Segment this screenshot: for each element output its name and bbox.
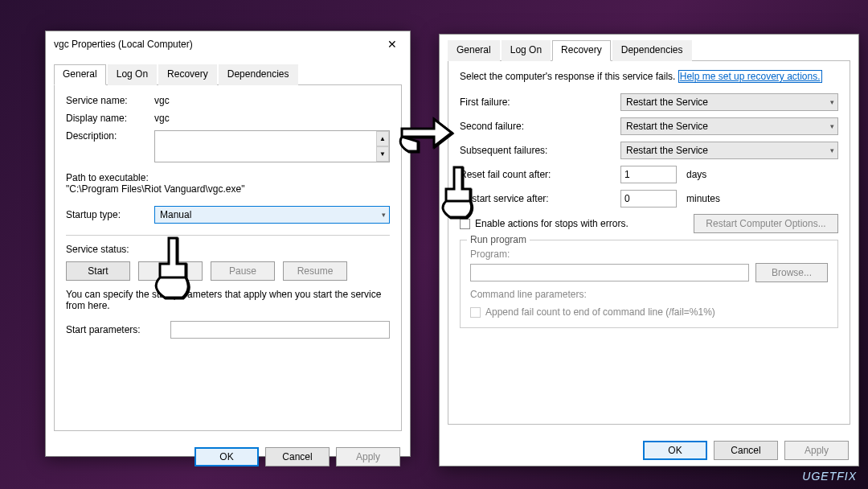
tabstrip: General Log On Recovery Dependencies [54, 64, 402, 85]
start-params-input[interactable] [170, 321, 390, 339]
close-icon[interactable]: ✕ [381, 36, 403, 52]
run-program-group: Run program Program: Browse... Command l… [460, 240, 838, 328]
subsequent-failure-dropdown[interactable]: Restart the Service ▾ [620, 142, 838, 159]
pause-button: Pause [211, 261, 275, 281]
service-name-label: Service name: [66, 95, 154, 106]
help-link[interactable]: Help me set up recovery actions. [678, 70, 822, 83]
description-field[interactable]: ▲ ▼ [154, 130, 390, 162]
tab-general[interactable]: General [448, 40, 500, 61]
scroll-up-icon[interactable]: ▲ [376, 131, 389, 146]
display-name-label: Display name: [66, 113, 154, 124]
ok-button[interactable]: OK [194, 447, 259, 466]
start-button[interactable]: Start [66, 261, 130, 281]
second-failure-dropdown[interactable]: Restart the Service ▾ [620, 117, 838, 135]
tabstrip: General Log On Recovery Dependencies [448, 39, 850, 61]
subsequent-failure-label: Subsequent failures: [460, 145, 588, 156]
startup-type-value: Manual [160, 209, 191, 220]
stop-button: Stop [138, 261, 203, 281]
startup-type-dropdown[interactable]: Manual ▾ [154, 206, 390, 224]
browse-button: Browse... [755, 263, 828, 282]
dialog-footer: OK Cancel Apply [440, 433, 858, 468]
tabpage-recovery: Select the computer's response if this s… [448, 61, 850, 425]
tab-dependencies[interactable]: Dependencies [612, 40, 692, 61]
display-name-value: vgc [154, 113, 170, 124]
tab-recovery[interactable]: Recovery [158, 64, 217, 85]
tab-logon[interactable]: Log On [502, 40, 551, 61]
tab-logon[interactable]: Log On [108, 64, 157, 85]
chevron-down-icon: ▾ [830, 146, 834, 154]
second-failure-label: Second failure: [460, 121, 588, 132]
append-failcount-checkbox [470, 307, 481, 318]
start-params-label: Start parameters: [66, 324, 170, 335]
subsequent-failure-value: Restart the Service [626, 145, 708, 156]
tab-dependencies[interactable]: Dependencies [219, 64, 298, 85]
intro-text: Select the computer's response if this s… [460, 71, 675, 82]
cancel-button[interactable]: Cancel [714, 441, 778, 460]
vgc-properties-dialog: vgc Properties (Local Computer) ✕ Genera… [45, 31, 411, 457]
first-failure-label: First failure: [460, 97, 588, 108]
program-input [470, 264, 749, 281]
service-status-label: Service status: [66, 244, 154, 255]
restart-after-label: Restart service after: [460, 193, 588, 204]
first-failure-dropdown[interactable]: Restart the Service ▾ [620, 93, 838, 111]
ok-button[interactable]: OK [643, 441, 707, 460]
hint-text: You can specify the start parameters tha… [66, 289, 390, 311]
chevron-down-icon: ▾ [830, 122, 834, 130]
watermark: UGETFIX [802, 470, 857, 483]
path-label: Path to executable: [66, 172, 390, 183]
append-failcount-label: Append fail count to end of command line… [485, 306, 715, 318]
enable-actions-checkbox[interactable] [460, 219, 470, 229]
second-failure-value: Restart the Service [626, 121, 708, 132]
first-failure-value: Restart the Service [626, 97, 708, 108]
reset-fail-label: Reset fail count after: [460, 169, 588, 180]
chevron-down-icon: ▾ [382, 211, 386, 219]
service-name-value: vgc [154, 95, 170, 106]
chevron-down-icon: ▾ [830, 98, 834, 106]
window-title: vgc Properties (Local Computer) [54, 39, 193, 50]
enable-actions-label: Enable actions for stops with errors. [475, 218, 628, 229]
run-program-label: Run program [467, 234, 530, 245]
dialog-footer: OK Cancel Apply [46, 439, 410, 475]
reset-fail-input[interactable]: 1 [620, 166, 677, 183]
restart-computer-options-button: Restart Computer Options... [694, 214, 838, 233]
resume-button: Resume [283, 261, 347, 281]
apply-button: Apply [784, 441, 849, 460]
titlebar: vgc Properties (Local Computer) ✕ [46, 31, 410, 57]
description-label: Description: [66, 130, 154, 142]
cancel-button[interactable]: Cancel [265, 447, 330, 466]
restart-unit: minutes [686, 193, 720, 204]
program-label: Program: [470, 249, 828, 260]
reset-unit: days [686, 169, 706, 180]
tab-recovery[interactable]: Recovery [552, 40, 611, 61]
path-value: "C:\Program Files\Riot Vanguard\vgc.exe" [66, 183, 390, 195]
apply-button: Apply [336, 447, 400, 466]
recovery-properties-dialog: General Log On Recovery Dependencies Sel… [439, 34, 859, 466]
cmdline-label: Command line parameters: [470, 289, 587, 300]
scroll-down-icon[interactable]: ▼ [376, 146, 389, 162]
separator [66, 235, 390, 236]
tabpage-general: Service name: vgc Display name: vgc Desc… [54, 85, 402, 431]
tab-general[interactable]: General [54, 64, 106, 85]
restart-after-input[interactable]: 0 [620, 190, 677, 208]
startup-type-label: Startup type: [66, 209, 154, 220]
